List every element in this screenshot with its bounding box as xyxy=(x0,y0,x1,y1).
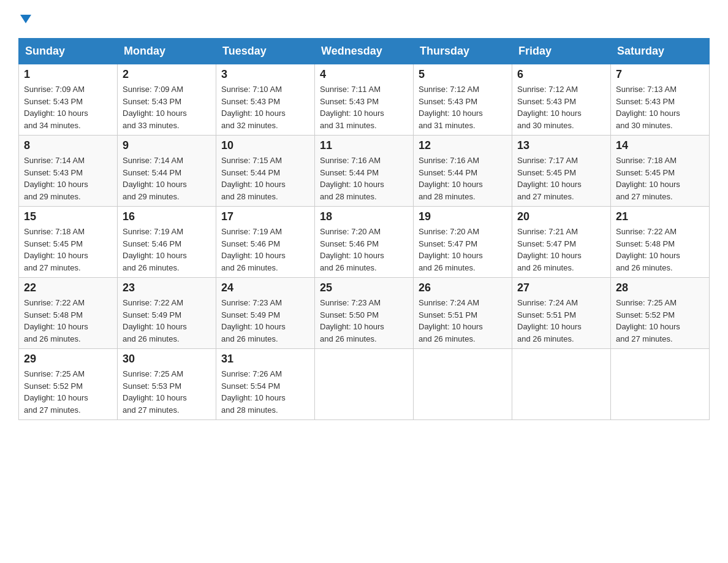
calendar-week-row: 8Sunrise: 7:14 AMSunset: 5:43 PMDaylight… xyxy=(19,136,710,207)
day-info: Sunrise: 7:15 AMSunset: 5:44 PMDaylight:… xyxy=(221,155,309,202)
calendar-cell: 19Sunrise: 7:20 AMSunset: 5:47 PMDayligh… xyxy=(414,207,512,278)
day-number: 26 xyxy=(419,282,507,294)
calendar-cell: 13Sunrise: 7:17 AMSunset: 5:45 PMDayligh… xyxy=(512,136,611,207)
day-info: Sunrise: 7:18 AMSunset: 5:45 PMDaylight:… xyxy=(616,155,704,202)
calendar-cell xyxy=(512,349,611,420)
day-info: Sunrise: 7:16 AMSunset: 5:44 PMDaylight:… xyxy=(419,155,507,202)
calendar-cell: 9Sunrise: 7:14 AMSunset: 5:44 PMDaylight… xyxy=(118,136,216,207)
calendar-week-row: 29Sunrise: 7:25 AMSunset: 5:52 PMDayligh… xyxy=(19,349,710,420)
day-number: 31 xyxy=(221,353,309,366)
calendar-cell xyxy=(611,349,710,420)
calendar-cell: 21Sunrise: 7:22 AMSunset: 5:48 PMDayligh… xyxy=(611,207,710,278)
day-info: Sunrise: 7:09 AMSunset: 5:43 PMDaylight:… xyxy=(24,83,112,131)
calendar-cell: 30Sunrise: 7:25 AMSunset: 5:53 PMDayligh… xyxy=(118,349,216,420)
day-info: Sunrise: 7:12 AMSunset: 5:43 PMDaylight:… xyxy=(517,83,605,131)
day-info: Sunrise: 7:19 AMSunset: 5:46 PMDaylight:… xyxy=(221,226,309,274)
day-number: 29 xyxy=(24,353,112,366)
day-number: 17 xyxy=(221,210,309,223)
svg-marker-0 xyxy=(20,15,31,23)
day-number: 13 xyxy=(517,139,605,152)
calendar-header-friday: Friday xyxy=(512,39,611,64)
day-info: Sunrise: 7:19 AMSunset: 5:46 PMDaylight:… xyxy=(123,226,211,274)
calendar-cell: 17Sunrise: 7:19 AMSunset: 5:46 PMDayligh… xyxy=(216,207,315,278)
calendar-header-wednesday: Wednesday xyxy=(315,39,414,64)
day-number: 3 xyxy=(221,68,309,81)
day-number: 22 xyxy=(24,282,112,294)
day-number: 6 xyxy=(517,68,605,81)
calendar-week-row: 15Sunrise: 7:18 AMSunset: 5:45 PMDayligh… xyxy=(19,207,710,278)
day-number: 11 xyxy=(320,139,408,152)
calendar-cell: 15Sunrise: 7:18 AMSunset: 5:45 PMDayligh… xyxy=(19,207,118,278)
day-number: 2 xyxy=(123,68,211,81)
day-info: Sunrise: 7:25 AMSunset: 5:53 PMDaylight:… xyxy=(123,368,211,416)
day-number: 7 xyxy=(616,68,704,81)
day-number: 27 xyxy=(517,282,605,294)
calendar-cell: 27Sunrise: 7:24 AMSunset: 5:51 PMDayligh… xyxy=(512,278,611,349)
day-info: Sunrise: 7:21 AMSunset: 5:47 PMDaylight:… xyxy=(517,226,605,274)
day-number: 28 xyxy=(616,282,704,294)
day-info: Sunrise: 7:24 AMSunset: 5:51 PMDaylight:… xyxy=(517,297,605,345)
calendar-header-sunday: Sunday xyxy=(19,39,118,64)
calendar-cell: 3Sunrise: 7:10 AMSunset: 5:43 PMDaylight… xyxy=(216,64,315,136)
day-info: Sunrise: 7:20 AMSunset: 5:46 PMDaylight:… xyxy=(320,226,408,274)
calendar-cell: 12Sunrise: 7:16 AMSunset: 5:44 PMDayligh… xyxy=(414,136,512,207)
day-info: Sunrise: 7:18 AMSunset: 5:45 PMDaylight:… xyxy=(24,226,112,274)
day-number: 21 xyxy=(616,210,704,223)
day-number: 20 xyxy=(517,210,605,223)
day-info: Sunrise: 7:10 AMSunset: 5:43 PMDaylight:… xyxy=(221,83,309,131)
day-number: 12 xyxy=(419,139,507,152)
day-info: Sunrise: 7:26 AMSunset: 5:54 PMDaylight:… xyxy=(221,368,309,416)
calendar-cell: 7Sunrise: 7:13 AMSunset: 5:43 PMDaylight… xyxy=(611,64,710,136)
day-number: 5 xyxy=(419,68,507,81)
day-info: Sunrise: 7:13 AMSunset: 5:43 PMDaylight:… xyxy=(616,83,704,131)
day-number: 1 xyxy=(24,68,112,81)
calendar-header-row: SundayMondayTuesdayWednesdayThursdayFrid… xyxy=(19,39,710,64)
day-info: Sunrise: 7:24 AMSunset: 5:51 PMDaylight:… xyxy=(419,297,507,345)
day-number: 19 xyxy=(419,210,507,223)
calendar-cell: 28Sunrise: 7:25 AMSunset: 5:52 PMDayligh… xyxy=(611,278,710,349)
calendar-cell: 24Sunrise: 7:23 AMSunset: 5:49 PMDayligh… xyxy=(216,278,315,349)
calendar-cell: 14Sunrise: 7:18 AMSunset: 5:45 PMDayligh… xyxy=(611,136,710,207)
calendar-cell: 29Sunrise: 7:25 AMSunset: 5:52 PMDayligh… xyxy=(19,349,118,420)
calendar-cell xyxy=(414,349,512,420)
calendar-cell: 18Sunrise: 7:20 AMSunset: 5:46 PMDayligh… xyxy=(315,207,414,278)
day-info: Sunrise: 7:20 AMSunset: 5:47 PMDaylight:… xyxy=(419,226,507,274)
day-number: 9 xyxy=(123,139,211,152)
calendar-cell: 16Sunrise: 7:19 AMSunset: 5:46 PMDayligh… xyxy=(118,207,216,278)
calendar-cell: 26Sunrise: 7:24 AMSunset: 5:51 PMDayligh… xyxy=(414,278,512,349)
logo-arrow-icon xyxy=(19,12,32,26)
calendar-cell: 4Sunrise: 7:11 AMSunset: 5:43 PMDaylight… xyxy=(315,64,414,136)
day-info: Sunrise: 7:23 AMSunset: 5:50 PMDaylight:… xyxy=(320,297,408,345)
calendar-header-monday: Monday xyxy=(118,39,216,64)
calendar-cell xyxy=(315,349,414,420)
day-info: Sunrise: 7:14 AMSunset: 5:44 PMDaylight:… xyxy=(123,155,211,202)
day-info: Sunrise: 7:09 AMSunset: 5:43 PMDaylight:… xyxy=(123,83,211,131)
day-info: Sunrise: 7:22 AMSunset: 5:48 PMDaylight:… xyxy=(24,297,112,345)
calendar-header-saturday: Saturday xyxy=(611,39,710,64)
day-info: Sunrise: 7:14 AMSunset: 5:43 PMDaylight:… xyxy=(24,155,112,202)
calendar-cell: 5Sunrise: 7:12 AMSunset: 5:43 PMDaylight… xyxy=(414,64,512,136)
calendar-cell: 20Sunrise: 7:21 AMSunset: 5:47 PMDayligh… xyxy=(512,207,611,278)
day-number: 30 xyxy=(123,353,211,366)
day-info: Sunrise: 7:25 AMSunset: 5:52 PMDaylight:… xyxy=(24,368,112,416)
calendar-cell: 10Sunrise: 7:15 AMSunset: 5:44 PMDayligh… xyxy=(216,136,315,207)
day-info: Sunrise: 7:16 AMSunset: 5:44 PMDaylight:… xyxy=(320,155,408,202)
day-info: Sunrise: 7:25 AMSunset: 5:52 PMDaylight:… xyxy=(616,297,704,345)
calendar-header-tuesday: Tuesday xyxy=(216,39,315,64)
day-number: 18 xyxy=(320,210,408,223)
calendar-cell: 6Sunrise: 7:12 AMSunset: 5:43 PMDaylight… xyxy=(512,64,611,136)
day-info: Sunrise: 7:17 AMSunset: 5:45 PMDaylight:… xyxy=(517,155,605,202)
calendar-cell: 8Sunrise: 7:14 AMSunset: 5:43 PMDaylight… xyxy=(19,136,118,207)
day-number: 10 xyxy=(221,139,309,152)
calendar-week-row: 1Sunrise: 7:09 AMSunset: 5:43 PMDaylight… xyxy=(19,64,710,136)
day-info: Sunrise: 7:12 AMSunset: 5:43 PMDaylight:… xyxy=(419,83,507,131)
day-number: 15 xyxy=(24,210,112,223)
day-number: 24 xyxy=(221,282,309,294)
calendar-cell: 22Sunrise: 7:22 AMSunset: 5:48 PMDayligh… xyxy=(19,278,118,349)
calendar-header-thursday: Thursday xyxy=(414,39,512,64)
calendar-cell: 11Sunrise: 7:16 AMSunset: 5:44 PMDayligh… xyxy=(315,136,414,207)
day-number: 16 xyxy=(123,210,211,223)
day-number: 25 xyxy=(320,282,408,294)
day-number: 4 xyxy=(320,68,408,81)
day-number: 8 xyxy=(24,139,112,152)
